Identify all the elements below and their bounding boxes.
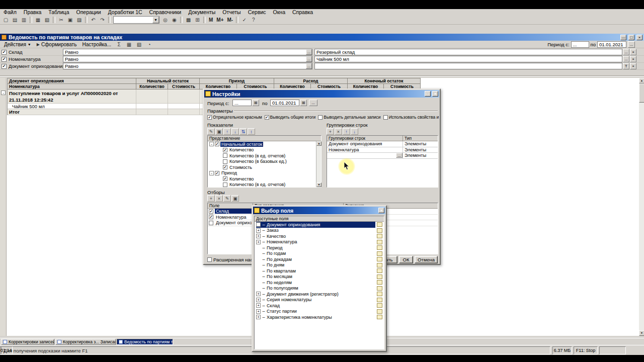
expander-icon[interactable]: - (209, 142, 214, 146)
comparison-picker-button[interactable]: ... (306, 49, 312, 55)
field-row[interactable]: – По кварталам (255, 268, 384, 274)
field-row[interactable]: – По неделям (255, 280, 384, 286)
ok-button[interactable]: ОК (399, 256, 413, 263)
tree-scrollbar[interactable]: ▲ ▼ (316, 141, 321, 187)
checkbox[interactable] (318, 115, 323, 120)
period-from-field[interactable]: ... (232, 100, 252, 106)
clear-value-button[interactable]: × (630, 56, 636, 62)
clear-value-button[interactable]: × (630, 63, 636, 69)
expander-icon[interactable]: + (256, 234, 261, 238)
checkbox[interactable] (383, 115, 388, 120)
filter-comparison-field[interactable]: Равно ... (63, 56, 312, 62)
indicator-row[interactable]: ✓ Количество (208, 176, 316, 182)
period-to-field[interactable]: 01.01.2021 (597, 41, 626, 48)
scroll-down-button[interactable]: ▼ (639, 330, 644, 336)
expander-icon[interactable]: + (256, 222, 261, 227)
checkbox[interactable]: ✓ (223, 148, 227, 152)
comparison-picker-button[interactable]: ... (306, 63, 312, 69)
parameter-checkbox-item[interactable]: Использовать свойства и категории (383, 115, 439, 120)
open-icon[interactable]: ▤ (11, 16, 19, 24)
print-icon[interactable]: ▦ (34, 16, 42, 24)
menu-item[interactable]: Доработки 1С (105, 9, 146, 16)
field-row[interactable]: – По дням (255, 262, 384, 268)
checkbox[interactable] (223, 183, 227, 187)
scroll-down-button[interactable]: ▼ (316, 183, 321, 187)
edit-icon[interactable]: ✎ (223, 195, 231, 202)
checkbox[interactable] (223, 159, 227, 164)
find-icon[interactable]: ◎ (161, 16, 170, 24)
field-row[interactable]: + – Заказ (255, 228, 384, 234)
filter-value-field[interactable]: Резервный склад (314, 49, 622, 55)
value-picker-button[interactable]: Т (623, 63, 629, 69)
menu-item[interactable]: Справочники (146, 9, 185, 16)
paste-icon[interactable]: ▨ (75, 16, 84, 24)
menu-item[interactable]: Справка (289, 9, 316, 16)
indicator-row[interactable]: Количество (в ед. отчетов) (208, 153, 316, 159)
filter-comparison-field[interactable]: Равно ... (63, 49, 312, 55)
save-icon[interactable]: ▥ (20, 16, 28, 24)
indicator-row[interactable]: ✓ Стоимость (208, 164, 316, 170)
calendar-icon[interactable]: ⊞ (193, 16, 202, 24)
field-row[interactable]: + – Серия номенклатуры (255, 297, 384, 303)
redo-icon[interactable]: ↷ (98, 16, 107, 24)
taskbar-tab[interactable]: Корректировка з... Записан (55, 339, 116, 345)
move-up-icon[interactable]: ↑ (223, 128, 231, 135)
field-row[interactable]: – По месяцам (255, 274, 384, 280)
copy-icon[interactable]: ▣ (231, 195, 239, 202)
clear-value-button[interactable]: × (630, 49, 636, 55)
close-button[interactable]: × (378, 208, 384, 213)
new-icon[interactable]: ▢ (2, 16, 10, 24)
cut-icon[interactable]: ✂ (57, 16, 65, 24)
calc-icon[interactable]: ▩ (184, 16, 193, 24)
indicator-row[interactable]: Количество (в базовых ед.) (208, 159, 316, 165)
filter-value-field[interactable] (314, 63, 622, 69)
field-row[interactable]: + – Документ оприходования (255, 222, 384, 228)
expander-icon[interactable]: + (256, 303, 261, 308)
checkbox[interactable]: ✓ (215, 171, 219, 175)
print-preview-icon[interactable]: ▧ (43, 16, 51, 24)
sort-asc-icon[interactable]: ⇅ (239, 128, 247, 135)
report-window-titlebar[interactable]: Ведомость по партиям товаров на складах … (0, 34, 644, 41)
table-icon[interactable]: ▦ (125, 41, 133, 48)
grouping-row[interactable]: Документ оприходования ... Элементы (327, 141, 438, 147)
memory-subtract-button[interactable]: М- (226, 16, 235, 24)
scroll-up-button[interactable]: ▲ (639, 78, 644, 83)
cancel-button[interactable]: Отмена (415, 256, 438, 263)
menu-item[interactable]: Документы (185, 9, 219, 16)
filter-checkbox[interactable]: ✓ (2, 50, 7, 55)
sort-desc-icon[interactable]: ↕ (248, 128, 255, 135)
indicator-row[interactable]: Количество (в ед. отчетов) (208, 182, 316, 188)
syntax-check-icon[interactable]: ✓ (240, 16, 249, 24)
taskbar-tab[interactable]: Корректировки записей ре... (1, 339, 54, 345)
expander-icon[interactable]: + (256, 309, 261, 314)
expander-icon[interactable]: + (256, 315, 261, 319)
field-row[interactable]: + – Склад (255, 303, 384, 309)
choose-value-button[interactable]: ... (396, 153, 403, 158)
parameter-checkbox-item[interactable]: Выводить детальные записи (318, 115, 380, 120)
checkbox[interactable]: ✓ (223, 165, 227, 169)
sum-icon[interactable]: Σ (115, 41, 123, 48)
quick-select-combo[interactable]: ▼ (113, 16, 159, 24)
grouping-row[interactable]: Номенклатура ... Элементы (327, 147, 438, 153)
add-icon[interactable]: + (327, 128, 334, 135)
field-row[interactable]: – По годам (255, 251, 384, 257)
vertical-scrollbar[interactable]: ▲ ▼ (638, 78, 644, 336)
parameter-checkbox-item[interactable]: ✓ Отрицательное красным (207, 115, 262, 120)
close-button[interactable]: × (636, 35, 642, 40)
value-picker-button[interactable]: ... (623, 56, 629, 62)
scrollbar-thumb[interactable] (639, 83, 644, 103)
checkbox[interactable]: ✓ (265, 115, 269, 120)
menu-item[interactable]: Операции (72, 9, 104, 16)
checkbox[interactable]: ✓ (209, 215, 213, 219)
maximize-button[interactable]: □ (628, 35, 634, 40)
menu-item[interactable]: Окна (270, 9, 289, 16)
menu-item[interactable]: Таблица (45, 9, 72, 16)
grouping-row[interactable]: ... Элементы (327, 153, 438, 159)
comparison-picker-button[interactable]: ... (306, 56, 312, 62)
menu-item[interactable]: Правка (20, 9, 45, 16)
memory-recall-button[interactable]: М (207, 16, 214, 24)
checkbox[interactable] (223, 153, 227, 158)
undo-icon[interactable]: ↶ (89, 16, 98, 24)
settings-dialog-titlebar[interactable]: Настройки □ × (204, 90, 439, 98)
filter-comparison-field[interactable]: Равно ... (63, 63, 312, 69)
